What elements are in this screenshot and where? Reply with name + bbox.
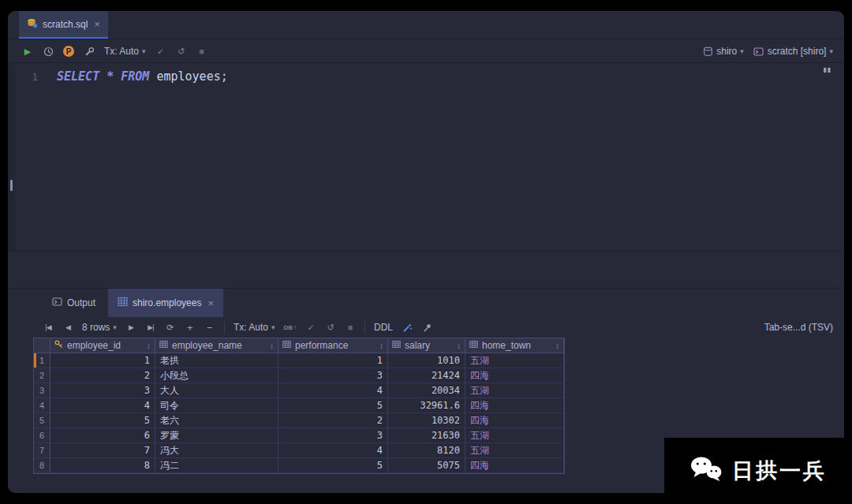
close-icon[interactable]: × <box>207 298 214 308</box>
pin-icon[interactable] <box>421 323 432 333</box>
cell-employee_name[interactable]: 冯二 <box>155 458 278 473</box>
column-header-performance[interactable]: performance↕ <box>278 338 388 353</box>
previous-page-icon[interactable]: ◀ <box>62 323 73 331</box>
cell-employee_id[interactable]: 1 <box>50 353 155 368</box>
tab-shiro-employees[interactable]: shiro.employees × <box>108 289 223 317</box>
cell-employee_id[interactable]: 7 <box>50 443 155 458</box>
execution-history-icon[interactable] <box>43 47 54 57</box>
submit-icon[interactable]: DB ↑ <box>283 324 297 331</box>
cell-home_town[interactable]: 五湖 <box>465 383 564 398</box>
cell-home_town[interactable]: 四海 <box>465 458 564 473</box>
cell-employee_name[interactable]: 老拱 <box>155 353 278 368</box>
add-row-icon[interactable]: + <box>185 322 196 334</box>
sort-icon[interactable]: ↕ <box>555 342 559 350</box>
cell-employee_name[interactable]: 老六 <box>155 413 278 428</box>
rollback-icon[interactable]: ↺ <box>325 323 336 333</box>
cell-employee_id[interactable]: 3 <box>50 383 155 398</box>
row-number[interactable]: 3 <box>34 383 50 398</box>
tab-output[interactable]: Output <box>43 289 105 317</box>
tab-scratch-sql[interactable]: scratch.sql × <box>19 11 108 39</box>
cell-employee_name[interactable]: 大人 <box>155 383 278 398</box>
stripe-marker[interactable] <box>10 180 13 191</box>
table-row: 11老拱11010五湖 <box>34 353 564 368</box>
sort-icon[interactable]: ↕ <box>147 342 151 350</box>
first-page-icon[interactable]: |◀ <box>43 323 54 331</box>
cell-employee_name[interactable]: 罗蒙 <box>155 428 278 443</box>
cell-home_town[interactable]: 四海 <box>465 398 564 413</box>
column-header-employee_name[interactable]: employee_name↕ <box>155 338 278 353</box>
session-selector[interactable]: scratch [shiro] ▾ <box>753 46 833 57</box>
cell-salary[interactable]: 20034 <box>388 383 465 398</box>
cell-employee_id[interactable]: 4 <box>50 398 155 413</box>
cell-performance[interactable]: 1 <box>278 353 388 368</box>
sort-icon[interactable]: ↕ <box>457 342 461 350</box>
row-number[interactable]: 8 <box>34 458 50 473</box>
cell-salary[interactable]: 21630 <box>388 428 465 443</box>
cell-performance[interactable]: 5 <box>278 458 388 473</box>
cell-home_town[interactable]: 四海 <box>465 368 564 383</box>
row-number[interactable]: 1 <box>34 353 50 368</box>
ai-modify-icon[interactable] <box>402 323 413 333</box>
sort-icon[interactable]: ↕ <box>379 342 383 350</box>
cell-performance[interactable]: 5 <box>278 398 388 413</box>
reload-icon[interactable]: ⟳ <box>165 323 176 333</box>
cell-salary[interactable]: 8120 <box>388 443 465 458</box>
tx-mode-dropdown[interactable]: Tx: Auto ▾ <box>234 322 275 333</box>
data-source-selector[interactable]: shiro ▾ <box>702 46 744 57</box>
cell-home_town[interactable]: 五湖 <box>465 353 564 368</box>
cell-employee_id[interactable]: 6 <box>50 428 155 443</box>
row-number[interactable]: 4 <box>34 398 50 413</box>
stop-icon[interactable]: ■ <box>196 47 207 56</box>
cell-home_town[interactable]: 五湖 <box>465 443 564 458</box>
column-name: performance <box>295 340 348 351</box>
run-icon[interactable]: ▶ <box>22 47 33 57</box>
row-number[interactable]: 5 <box>34 413 50 428</box>
editor-panel-divider[interactable] <box>8 251 844 252</box>
cell-employee_id[interactable]: 5 <box>50 413 155 428</box>
toolbar-separator <box>224 321 225 334</box>
result-grid-icon <box>118 297 128 309</box>
column-header-employee_id[interactable]: employee_id↕ <box>50 338 155 353</box>
rollback-icon[interactable]: ↺ <box>176 47 187 57</box>
code-editor[interactable]: 1 SELECT * FROM employees; ▮▮ <box>8 64 844 251</box>
next-page-icon[interactable]: ▶ <box>125 323 136 331</box>
cell-employee_id[interactable]: 8 <box>50 458 155 473</box>
cell-home_town[interactable]: 五湖 <box>465 428 564 443</box>
commit-icon[interactable]: ✓ <box>305 323 316 333</box>
cell-salary[interactable]: 5075 <box>388 458 465 473</box>
cell-salary[interactable]: 21424 <box>388 368 465 383</box>
cell-employee_name[interactable]: 冯大 <box>155 443 278 458</box>
wrench-icon[interactable] <box>84 47 95 57</box>
cell-employee_name[interactable]: 司令 <box>155 398 278 413</box>
delete-row-icon[interactable]: − <box>204 322 215 334</box>
cell-performance[interactable]: 4 <box>278 383 388 398</box>
row-number[interactable]: 6 <box>34 428 50 443</box>
tx-mode-dropdown[interactable]: Tx: Auto ▾ <box>104 46 146 57</box>
cell-salary[interactable]: 32961.6 <box>388 398 465 413</box>
cell-performance[interactable]: 2 <box>278 413 388 428</box>
cell-salary[interactable]: 10302 <box>388 413 465 428</box>
stop-icon[interactable]: ■ <box>345 323 356 332</box>
cell-employee_name[interactable]: 小段总 <box>155 368 278 383</box>
cell-performance[interactable]: 4 <box>278 443 388 458</box>
grid-corner[interactable] <box>34 338 50 353</box>
output-icon <box>52 297 62 309</box>
parameters-badge-icon[interactable]: P <box>63 46 74 57</box>
export-format-label[interactable]: Tab-se...d (TSV) <box>764 322 833 333</box>
column-header-home_town[interactable]: home_town↕ <box>465 338 564 353</box>
cell-performance[interactable]: 3 <box>278 428 388 443</box>
code-line[interactable]: SELECT * FROM employees; <box>57 69 228 84</box>
row-number[interactable]: 2 <box>34 368 50 383</box>
column-header-salary[interactable]: salary↕ <box>388 338 465 353</box>
sort-icon[interactable]: ↕ <box>270 342 274 350</box>
ddl-button[interactable]: DDL <box>374 322 393 333</box>
close-icon[interactable]: × <box>94 19 100 29</box>
cell-employee_id[interactable]: 2 <box>50 368 155 383</box>
page-size-dropdown[interactable]: 8 rows ▾ <box>82 322 117 333</box>
cell-salary[interactable]: 1010 <box>388 353 465 368</box>
last-page-icon[interactable]: ▶| <box>145 323 156 331</box>
cell-performance[interactable]: 3 <box>278 368 388 383</box>
cell-home_town[interactable]: 四海 <box>465 413 564 428</box>
commit-icon[interactable]: ✓ <box>155 47 166 57</box>
row-number[interactable]: 7 <box>34 443 50 458</box>
